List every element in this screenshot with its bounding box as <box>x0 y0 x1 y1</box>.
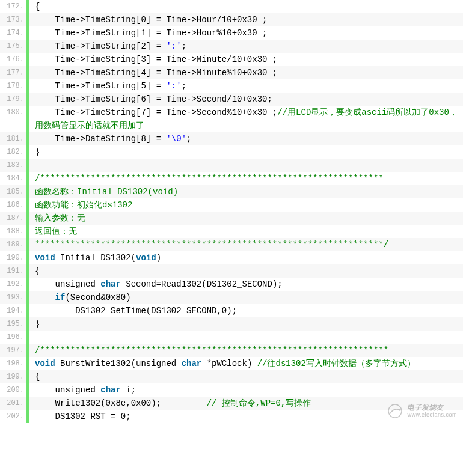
line-number: 196. <box>0 331 26 344</box>
code-line: 189.************************************… <box>0 238 463 251</box>
line-number: 192. <box>0 278 26 291</box>
code-line: 173. Time->TimeString[0] = Time->Hour/10… <box>0 13 463 26</box>
line-number: 178. <box>0 79 26 93</box>
code-content: 函数功能：初始化ds1302 <box>29 198 463 212</box>
code-line: 195.} <box>0 317 463 331</box>
code-content: Time->TimeString[5] = ':'; <box>29 79 463 93</box>
line-number: 199. <box>0 370 26 383</box>
line-number: 190. <box>0 251 26 264</box>
line-number: 200. <box>0 383 26 397</box>
line-number: 176. <box>0 53 26 66</box>
code-content: Time->DateString[8] = '\0'; <box>29 132 463 145</box>
svg-point-1 <box>399 409 402 411</box>
line-number: 184. <box>0 172 26 185</box>
code-content: Time->TimeString[6] = Time->Second/10+0x… <box>29 93 463 106</box>
line-number: 201. <box>0 397 26 410</box>
code-line: 174. Time->TimeString[1] = Time->Hour%10… <box>0 26 463 40</box>
line-number: 197. <box>0 344 26 357</box>
code-line: 198.void BurstWrite1302(unsigned char *p… <box>0 357 463 370</box>
line-number: 172. <box>0 0 26 13</box>
line-number: 174. <box>0 26 26 40</box>
line-number: 175. <box>0 40 26 53</box>
code-line: 188.返回值：无 <box>0 225 463 238</box>
line-number: 177. <box>0 66 26 79</box>
code-content: unsigned char i; <box>29 383 463 397</box>
code-content: Time->TimeString[7] = Time->Second%10+0x… <box>29 106 463 132</box>
code-line: 182.} <box>0 145 463 159</box>
code-content: { <box>29 264 463 278</box>
change-bar <box>26 331 29 344</box>
line-number: 202. <box>0 410 26 423</box>
watermark-title: 电子发烧友 <box>407 404 457 411</box>
code-content: if(Second&0x80) <box>29 291 463 304</box>
code-line: 192. unsigned char Second=Read1302(DS130… <box>0 278 463 291</box>
code-line: 183. <box>0 159 463 172</box>
code-line: 191.{ <box>0 264 463 278</box>
code-content: ****************************************… <box>29 238 463 251</box>
code-line: 199.{ <box>0 370 463 383</box>
code-line: 187.输入参数：无 <box>0 212 463 225</box>
code-content: Time->TimeString[3] = Time->Minute/10+0x… <box>29 53 463 66</box>
logo-icon <box>387 403 403 420</box>
line-number: 188. <box>0 225 26 238</box>
code-content: 输入参数：无 <box>29 212 463 225</box>
code-line: 190.void Initial_DS1302(void) <box>0 251 463 264</box>
code-line: 194. DS1302_SetTime(DS1302_SECOND,0); <box>0 304 463 317</box>
code-content: Time->TimeString[4] = Time->Minute%10+0x… <box>29 66 463 79</box>
code-line: 186.函数功能：初始化ds1302 <box>0 198 463 212</box>
code-content: Time->TimeString[2] = ':'; <box>29 40 463 53</box>
code-line: 197./***********************************… <box>0 344 463 357</box>
code-line: 180. Time->TimeString[7] = Time->Second%… <box>0 106 463 132</box>
line-number: 183. <box>0 159 26 172</box>
code-line: 200. unsigned char i; <box>0 383 463 397</box>
code-content: { <box>29 370 463 383</box>
line-number: 180. <box>0 106 26 119</box>
line-number: 186. <box>0 198 26 212</box>
line-number: 198. <box>0 357 26 370</box>
code-line: 193. if(Second&0x80) <box>0 291 463 304</box>
line-number: 179. <box>0 93 26 106</box>
code-line: 172.{ <box>0 0 463 13</box>
code-content: { <box>29 0 463 13</box>
code-line: 178. Time->TimeString[5] = ':'; <box>0 79 463 93</box>
code-line: 184./***********************************… <box>0 172 463 185</box>
code-line: 179. Time->TimeString[6] = Time->Second/… <box>0 93 463 106</box>
code-content: Time->TimeString[0] = Time->Hour/10+0x30… <box>29 13 463 26</box>
code-line: 196. <box>0 331 463 344</box>
code-content: /***************************************… <box>29 344 463 357</box>
code-line: 175. Time->TimeString[2] = ':'; <box>0 40 463 53</box>
code-content: unsigned char Second=Read1302(DS1302_SEC… <box>29 278 463 291</box>
code-content: DS1302_SetTime(DS1302_SECOND,0); <box>29 304 463 317</box>
code-line: 185.函数名称：Initial_DS1302(void) <box>0 185 463 198</box>
change-bar <box>26 159 29 172</box>
line-number: 185. <box>0 185 26 198</box>
line-number: 191. <box>0 264 26 278</box>
line-number: 189. <box>0 238 26 251</box>
line-number: 173. <box>0 13 26 26</box>
code-line: 176. Time->TimeString[3] = Time->Minute/… <box>0 53 463 66</box>
code-content: } <box>29 145 463 159</box>
code-content: 返回值：无 <box>29 225 463 238</box>
code-line: 177. Time->TimeString[4] = Time->Minute%… <box>0 66 463 79</box>
line-number: 187. <box>0 212 26 225</box>
code-content: 函数名称：Initial_DS1302(void) <box>29 185 463 198</box>
watermark-url: www.elecfans.com <box>407 411 457 418</box>
line-number: 181. <box>0 132 26 145</box>
code-content: /***************************************… <box>29 172 463 185</box>
code-content: void Initial_DS1302(void) <box>29 251 463 264</box>
line-number: 182. <box>0 145 26 159</box>
code-listing: 172.{173. Time->TimeString[0] = Time->Ho… <box>0 0 463 423</box>
line-number: 194. <box>0 304 26 317</box>
line-number: 193. <box>0 291 26 304</box>
code-content: Time->TimeString[1] = Time->Hour%10+0x30… <box>29 26 463 40</box>
code-line: 181. Time->DateString[8] = '\0'; <box>0 132 463 145</box>
line-number: 195. <box>0 317 26 331</box>
svg-point-0 <box>388 404 402 418</box>
code-content: void BurstWrite1302(unsigned char *pWClo… <box>29 357 463 370</box>
code-content: } <box>29 317 463 331</box>
watermark: 电子发烧友 www.elecfans.com <box>387 403 457 420</box>
